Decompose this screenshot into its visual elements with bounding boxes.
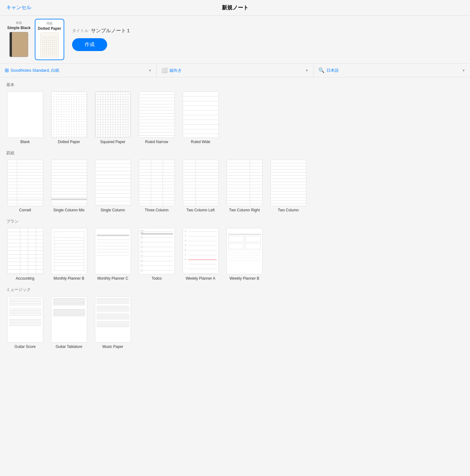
paper-preview-monthly-c xyxy=(95,228,131,274)
section-title: 罫紙 xyxy=(6,150,464,156)
paper-preview-guitar-score xyxy=(7,296,43,343)
paper-name: Dotted Paper xyxy=(38,26,61,31)
paper-preview-todos xyxy=(139,228,175,274)
paper-preview-guitar-tab xyxy=(51,296,87,343)
template-filter-label: GoodNotes Standard, 白紙 xyxy=(11,68,59,73)
section-title: 基本 xyxy=(6,82,464,88)
paper-item-two-col[interactable]: Two Column xyxy=(269,160,307,212)
paper-item-two-col-right[interactable]: Two Column Right xyxy=(226,160,263,212)
cover-thumbnail xyxy=(9,32,28,57)
paper-item-label: Music Paper xyxy=(102,344,123,349)
paper-item-label: Ruled Wide xyxy=(191,140,210,144)
paper-preview-two-col xyxy=(270,160,306,206)
paper-item-todos[interactable]: Todos xyxy=(138,228,175,281)
template-filter[interactable]: ⊞ GoodNotes Standard, 白紙 ▼ xyxy=(0,64,157,77)
paper-grid: AccountingMonthly Planner B Monthly Plan… xyxy=(6,228,464,281)
paper-preview-three-col xyxy=(139,160,175,206)
paper-grid: CornellSingle Column MixSingle ColumnThr… xyxy=(6,160,464,212)
paper-item-label: Guitar Tablature xyxy=(55,344,82,349)
title-create-area: タイトル 作成 xyxy=(67,19,465,60)
paper-item-label: Dotted Paper xyxy=(58,140,80,144)
orientation-icon: ⬜ xyxy=(161,67,168,73)
paper-preview-ruled-narrow xyxy=(139,91,175,138)
paper-preview-cornell xyxy=(7,160,43,206)
language-chevron-icon: ▼ xyxy=(462,69,465,72)
paper-item-music-paper[interactable]: Music Paper xyxy=(94,296,132,349)
paper-item-label: Single Column xyxy=(101,208,125,212)
paper-item-cornell[interactable]: Cornell xyxy=(6,160,44,212)
paper-item-label: Single Column Mix xyxy=(53,208,85,212)
paper-item-ruled-narrow[interactable]: Ruled Narrow xyxy=(138,91,175,144)
orientation-chevron-icon: ▼ xyxy=(305,69,309,72)
paper-item-three-col[interactable]: Three Column xyxy=(138,160,175,212)
paper-item-label: Weekly Planner A xyxy=(186,276,216,281)
language-filter-label: 日本語 xyxy=(326,68,339,73)
page-title: 新規ノート xyxy=(222,4,248,11)
paper-preview-music-paper xyxy=(95,296,131,343)
section-ミュージック: ミュージックGuitar ScoreGuitar TablatureMusic … xyxy=(6,287,464,349)
paper-item-guitar-score[interactable]: Guitar Score xyxy=(6,296,44,349)
section-プラン: プランAccountingMonthly Planner B Monthly P… xyxy=(6,219,464,281)
filter-bar: ⊞ GoodNotes Standard, 白紙 ▼ ⬜ 縦向き ▼ 🔍 日本語… xyxy=(0,64,470,77)
paper-preview-dotted xyxy=(51,91,87,138)
paper-preview-weekly-a: 月 火 水 木 金 xyxy=(183,228,219,274)
paper-item-guitar-tab[interactable]: Guitar Tablature xyxy=(50,296,88,349)
paper-preview-blank xyxy=(7,91,43,138)
paper-label: 用紙 xyxy=(46,21,53,26)
paper-item-single-col-mix[interactable]: Single Column Mix xyxy=(50,160,88,212)
paper-item-label: Ruled Narrow xyxy=(145,140,168,144)
content-area: 基本BlankDotted PaperSquared PaperRuled Na… xyxy=(0,77,470,360)
paper-item-dotted[interactable]: Dotted Paper xyxy=(50,91,88,144)
top-bar: キャンセル 新規ノート xyxy=(0,0,470,16)
paper-item-blank[interactable]: Blank xyxy=(6,91,44,144)
paper-item-ruled-wide[interactable]: Ruled Wide xyxy=(182,91,219,144)
language-filter[interactable]: 🔍 日本語 ▼ xyxy=(314,64,470,77)
paper-item-squared[interactable]: Squared Paper xyxy=(94,91,132,144)
paper-item-weekly-a[interactable]: 月 火 水 木 金 xyxy=(182,228,219,281)
paper-preview-squared xyxy=(95,91,131,138)
paper-preview-monthly-b xyxy=(51,228,87,274)
paper-preview-single-col-mix xyxy=(51,160,87,206)
paper-item-label: Guitar Score xyxy=(14,344,35,349)
paper-item-label: Two Column xyxy=(278,208,299,212)
header-section: 表紙 Simple Black 用紙 Dotted Paper タイトル 作成 xyxy=(0,16,470,64)
cover-label: 表紙 xyxy=(16,21,22,25)
paper-preview-two-col-left xyxy=(183,160,219,206)
search-icon: 🔍 xyxy=(318,67,325,73)
paper-item-label: Todos xyxy=(152,276,162,281)
section-title: ミュージック xyxy=(6,287,464,292)
paper-item-monthly-c[interactable]: Monthly Planner C xyxy=(94,228,132,281)
paper-item-label: Cornell xyxy=(19,208,31,212)
template-icon: ⊞ xyxy=(5,67,9,73)
paper-item-single-col[interactable]: Single Column xyxy=(94,160,132,212)
paper-selector[interactable]: 用紙 Dotted Paper xyxy=(35,19,65,60)
paper-item-monthly-b[interactable]: Monthly Planner B xyxy=(50,228,88,281)
paper-item-label: Accounting xyxy=(16,276,34,281)
create-button[interactable]: 作成 xyxy=(72,38,107,51)
paper-item-weekly-b[interactable]: Weekly Planner B xyxy=(226,228,263,281)
orientation-filter[interactable]: ⬜ 縦向き ▼ xyxy=(157,64,313,77)
paper-item-label: Monthly Planner B xyxy=(54,276,84,281)
paper-preview-weekly-b xyxy=(227,228,263,274)
paper-grid: BlankDotted PaperSquared PaperRuled Narr… xyxy=(6,91,464,144)
section-title: プラン xyxy=(6,219,464,224)
paper-item-label: Squared Paper xyxy=(100,140,126,144)
paper-preview-two-col-right xyxy=(227,160,263,206)
paper-item-label: Weekly Planner B xyxy=(229,276,259,281)
paper-item-label: Two Column Left xyxy=(186,208,215,212)
title-input[interactable] xyxy=(91,28,461,34)
paper-grid: Guitar ScoreGuitar TablatureMusic Paper xyxy=(6,296,464,349)
paper-thumbnail xyxy=(40,33,59,58)
section-罫紙: 罫紙CornellSingle Column MixSingle ColumnT… xyxy=(6,150,464,212)
paper-item-label: Three Column xyxy=(145,208,169,212)
title-row: タイトル xyxy=(72,28,461,34)
paper-item-label: Two Column Right xyxy=(229,208,260,212)
orientation-filter-label: 縦向き xyxy=(170,68,182,73)
template-chevron-icon: ▼ xyxy=(148,69,152,72)
cover-name: Simple Black xyxy=(7,26,31,30)
paper-item-accounting[interactable]: Accounting xyxy=(6,228,44,281)
cover-selector[interactable]: 表紙 Simple Black xyxy=(5,19,33,59)
cancel-button[interactable]: キャンセル xyxy=(6,4,31,11)
paper-item-label: Blank xyxy=(20,140,30,144)
paper-item-two-col-left[interactable]: Two Column Left xyxy=(182,160,219,212)
